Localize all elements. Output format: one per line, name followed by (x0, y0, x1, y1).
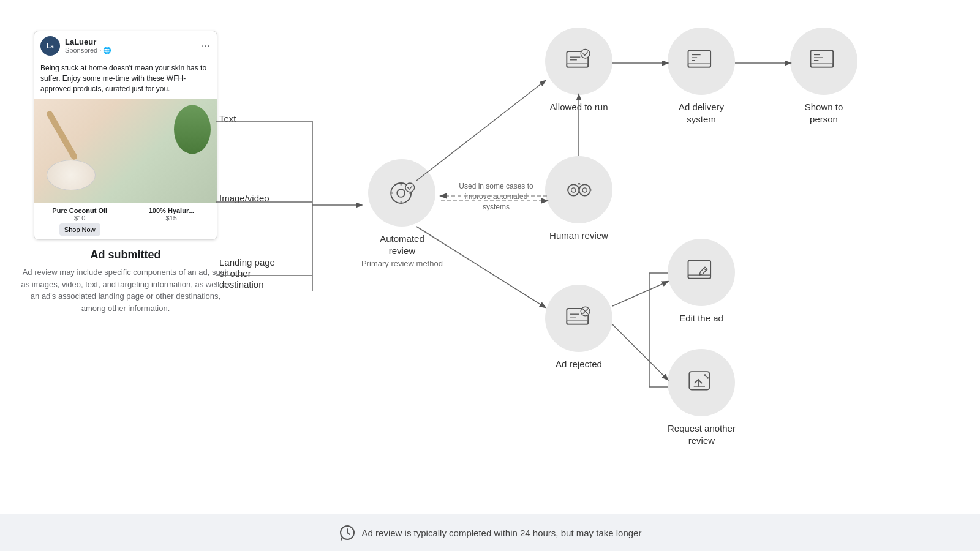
main-container: La LaLueur Sponsored · 🌐 ··· Being stuck… (0, 0, 980, 527)
image-divider (34, 151, 126, 151)
label-text-item: Text (219, 113, 236, 124)
human-review-title: Human review (549, 230, 608, 242)
ad-rejected-node: Ad rejected (545, 285, 612, 370)
allowed-circle (545, 28, 612, 95)
human-review-node: Human review (545, 156, 612, 242)
ad-delivery-circle (668, 28, 735, 95)
product1-name: Pure Coconut Oil (39, 207, 121, 214)
clock-icon (339, 524, 356, 541)
coconut-bowl-decoration (47, 160, 96, 190)
shop-now-button[interactable]: Shop Now (59, 223, 100, 236)
request-review-icon (685, 366, 718, 400)
footer-bar: Ad review is typically completed within … (0, 514, 980, 551)
automated-review-icon (385, 176, 419, 210)
ad-text: Being stuck at home doesn't mean your sk… (34, 61, 217, 99)
ad-submitted-desc: Ad review may include specific component… (18, 266, 233, 314)
edit-ad-node: Edit the ad (668, 239, 735, 324)
ad-rejected-title: Ad rejected (556, 358, 602, 370)
automated-review-circle (368, 159, 435, 227)
svg-point-8 (579, 184, 590, 195)
svg-point-6 (405, 183, 415, 192)
ad-image (34, 99, 217, 203)
ad-submitted-title: Ad submitted (18, 249, 233, 261)
svg-point-16 (581, 49, 590, 58)
product-1: Pure Coconut Oil $10 Shop Now (34, 203, 126, 239)
svg-line-38 (704, 268, 706, 271)
image-video-label: Image/video (219, 193, 270, 203)
request-review-title: Request another review (668, 422, 736, 446)
ad-delivery-node: Ad delivery system (668, 28, 735, 125)
allowed-icon (562, 45, 596, 78)
svg-line-57 (612, 282, 668, 306)
brand-name: LaLueur (65, 37, 111, 47)
svg-point-11 (582, 187, 587, 192)
ad-delivery-title: Ad delivery system (679, 101, 724, 125)
request-review-circle (668, 349, 735, 416)
plant-decoration (174, 105, 211, 154)
svg-line-58 (612, 324, 668, 380)
ad-delivery-icon (685, 45, 718, 78)
svg-point-1 (397, 189, 405, 197)
svg-point-7 (568, 184, 579, 195)
shown-title: Shown to person (805, 101, 843, 125)
dashed-label: Used in some cases to improve automated … (453, 181, 539, 212)
ad-card-brand: La LaLueur Sponsored · 🌐 (40, 36, 111, 56)
ad-products: Pure Coconut Oil $10 Shop Now 100% Hyalu… (34, 203, 217, 239)
label-video-item: Image/video (219, 193, 270, 204)
footer-text: Ad review is typically completed within … (362, 528, 642, 538)
shown-circle (790, 28, 858, 95)
human-review-circle (545, 156, 612, 223)
product2-price: $15 (131, 214, 213, 222)
ad-card: La LaLueur Sponsored · 🌐 ··· Being stuck… (34, 31, 217, 240)
ad-menu-dots[interactable]: ··· (201, 40, 211, 51)
svg-point-10 (571, 187, 575, 192)
svg-rect-24 (810, 50, 833, 67)
brand-info: LaLueur Sponsored · 🌐 (65, 37, 111, 54)
brand-logo: La (40, 36, 60, 56)
automated-review-node: Automated review Primary review method (361, 159, 443, 268)
ad-rejected-circle (545, 285, 612, 352)
ad-card-header: La LaLueur Sponsored · 🌐 ··· (34, 31, 217, 61)
svg-line-44 (706, 375, 707, 377)
landing-page-label: Landing page or other destination (219, 257, 275, 290)
text-label: Text (219, 113, 236, 124)
product2-name: 100% Hyalur... (131, 207, 213, 214)
human-review-icon (562, 173, 596, 207)
request-review-node: Request another review (668, 349, 736, 446)
edit-ad-circle (668, 239, 735, 306)
svg-rect-19 (688, 50, 710, 67)
brand-sub: Sponsored · 🌐 (65, 47, 111, 54)
ad-rejected-icon (562, 302, 596, 335)
label-landing-item: Landing page or other destination (219, 257, 275, 290)
automated-review-subtitle: Primary review method (361, 259, 443, 268)
spoon-decoration (45, 110, 78, 161)
edit-ad-title: Edit the ad (679, 312, 723, 324)
product-2: 100% Hyalur... $15 (126, 203, 217, 239)
automated-review-title: Automated review (380, 233, 424, 257)
shown-to-person-node: Shown to person (790, 28, 858, 125)
product1-price: $10 (39, 214, 121, 222)
ad-section: La LaLueur Sponsored · 🌐 ··· Being stuck… (18, 31, 233, 314)
edit-ad-icon (685, 256, 718, 290)
shown-icon (807, 45, 841, 78)
allowed-to-run-node: Allowed to run (545, 28, 612, 113)
allowed-title: Allowed to run (549, 101, 608, 113)
